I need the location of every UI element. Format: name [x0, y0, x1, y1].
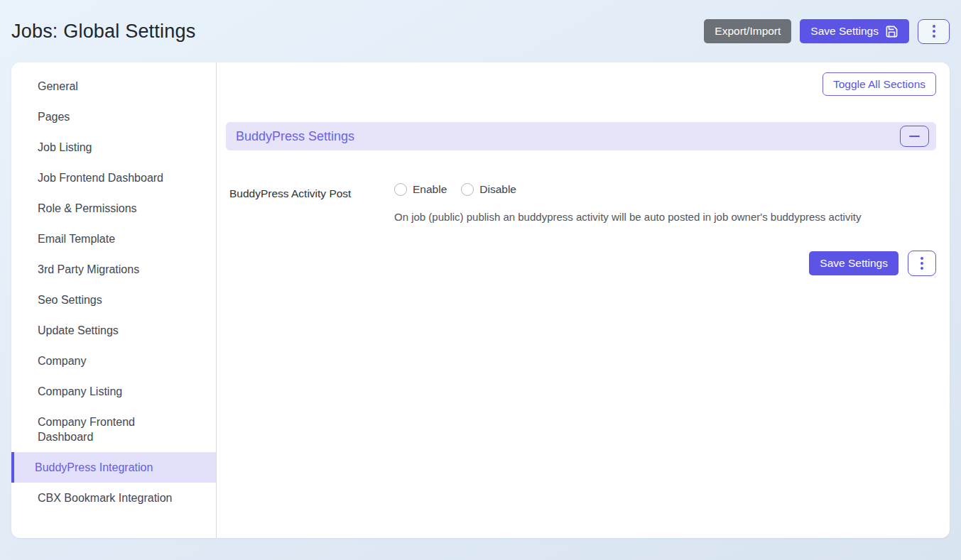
sidebar-item-label: Company Frontend Dashboard — [38, 414, 185, 444]
export-import-button[interactable]: Export/Import — [704, 19, 791, 43]
save-settings-label-top: Save Settings — [810, 25, 879, 38]
sidebar-item-label: Company Listing — [38, 384, 122, 399]
save-settings-button-bottom[interactable]: Save Settings — [809, 251, 898, 275]
more-options-button-top[interactable] — [918, 19, 950, 44]
sidebar-item-label: Seo Settings — [38, 292, 102, 307]
sidebar-item-buddypress-integration[interactable]: BuddyPress Integration — [11, 452, 216, 483]
sidebar-item-label: CBX Bookmark Integration — [38, 490, 172, 505]
collapse-section-button[interactable] — [900, 126, 929, 147]
sidebar-item-label: Job Listing — [38, 140, 92, 155]
sidebar-item-label: Pages — [38, 109, 70, 124]
export-import-label: Export/Import — [715, 25, 781, 38]
radio-group: Enable Disable — [394, 183, 936, 196]
sidebar-item-label: Job Frontend Dashboard — [38, 170, 163, 185]
page-title: Jobs: Global Settings — [11, 21, 195, 43]
sidebar-item-pages[interactable]: Pages — [11, 101, 216, 132]
section-header-buddypress-settings: BuddyPress Settings — [226, 122, 936, 150]
more-options-button-bottom[interactable] — [908, 251, 936, 276]
save-settings-label-bottom: Save Settings — [820, 257, 888, 270]
sidebar-item-company-listing[interactable]: Company Listing — [11, 376, 216, 407]
field-control: Enable Disable On job (public) publish a… — [394, 183, 936, 223]
radio-disable-label: Disable — [479, 183, 516, 196]
sidebar-item-3rd-party-migrations[interactable]: 3rd Party Migrations — [11, 254, 216, 285]
sidebar-item-company[interactable]: Company — [11, 346, 216, 376]
section-footer-actions: Save Settings — [226, 251, 936, 276]
field-buddypress-activity-post: BuddyPress Activity Post Enable Disable … — [226, 183, 936, 223]
minus-icon — [909, 136, 920, 138]
radio-enable-label: Enable — [413, 183, 447, 196]
sidebar-item-update-settings[interactable]: Update Settings — [11, 315, 216, 346]
save-settings-button-top[interactable]: Save Settings — [800, 19, 909, 43]
settings-card: General Pages Job Listing Job Frontend D… — [11, 62, 950, 538]
sidebar-item-job-frontend-dashboard[interactable]: Job Frontend Dashboard — [11, 163, 216, 193]
sidebar-item-cbx-bookmark-integration[interactable]: CBX Bookmark Integration — [11, 483, 216, 513]
sidebar-item-seo-settings[interactable]: Seo Settings — [11, 285, 216, 315]
sidebar-item-general[interactable]: General — [11, 71, 216, 101]
radio-option-enable[interactable]: Enable — [394, 183, 447, 196]
settings-sidebar: General Pages Job Listing Job Frontend D… — [11, 62, 217, 538]
sidebar-item-company-frontend-dashboard[interactable]: Company Frontend Dashboard — [11, 407, 216, 452]
toggle-all-sections-button[interactable]: Toggle All Sections — [822, 72, 936, 96]
section-title: BuddyPress Settings — [236, 129, 354, 144]
field-label: BuddyPress Activity Post — [229, 183, 394, 223]
field-help-text: On job (public) publish an buddypress ac… — [394, 211, 936, 223]
kebab-menu-icon — [933, 25, 935, 38]
radio-enable-icon[interactable] — [394, 183, 407, 196]
sidebar-item-email-template[interactable]: Email Template — [11, 224, 216, 254]
floppy-save-icon — [885, 25, 898, 38]
topbar-actions: Export/Import Save Settings — [704, 19, 950, 44]
sidebar-item-label: Company — [38, 353, 86, 368]
sidebar-item-label: 3rd Party Migrations — [38, 262, 139, 277]
sidebar-item-label: General — [38, 79, 78, 94]
radio-disable-icon[interactable] — [461, 183, 474, 196]
kebab-menu-icon — [921, 257, 923, 270]
sidebar-item-job-listing[interactable]: Job Listing — [11, 132, 216, 163]
sidebar-item-label: Role & Permissions — [38, 201, 137, 216]
sidebar-item-role-permissions[interactable]: Role & Permissions — [11, 193, 216, 224]
sidebar-item-label: Email Template — [38, 231, 115, 246]
topbar: Jobs: Global Settings Export/Import Save… — [0, 0, 961, 62]
settings-content: Toggle All Sections BuddyPress Settings … — [217, 62, 950, 538]
sidebar-item-label: Update Settings — [38, 323, 119, 338]
content-toolbar: Toggle All Sections — [226, 72, 936, 96]
radio-option-disable[interactable]: Disable — [461, 183, 516, 196]
sidebar-item-label: BuddyPress Integration — [35, 460, 153, 475]
